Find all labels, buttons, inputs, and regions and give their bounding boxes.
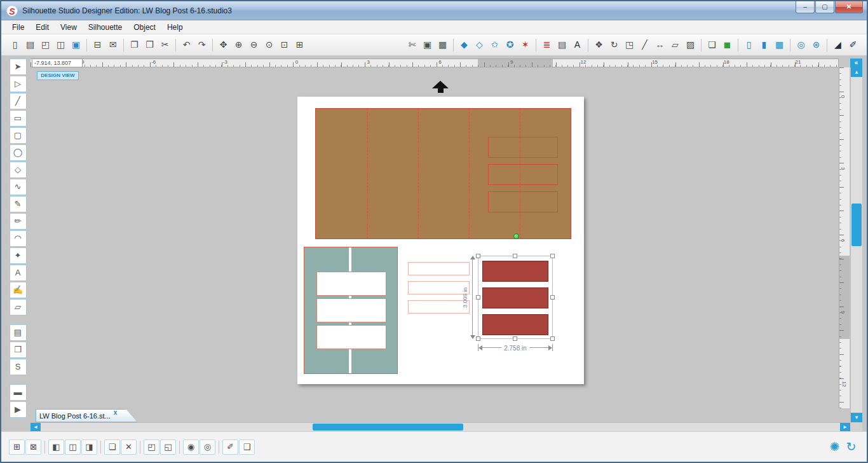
weld-icon[interactable]: ◉ [183, 439, 199, 455]
close-button[interactable]: ✕ [835, 1, 863, 13]
replicate-panel-icon[interactable]: ❖ [592, 38, 606, 52]
scroll-up-button[interactable]: ▲ [851, 67, 862, 77]
ellipse-tool-icon[interactable]: ◯ [10, 144, 27, 161]
media-panel-icon[interactable]: ◼ [720, 38, 735, 52]
scroll-down-button[interactable]: ▼ [851, 413, 862, 422]
smooth-freehand-tool-icon[interactable]: ✏ [10, 213, 27, 230]
send-to-tablet-icon[interactable]: ▯ [742, 38, 756, 52]
shape-burst-icon[interactable]: ✶ [518, 38, 532, 52]
outline-rectangle[interactable] [408, 262, 470, 275]
scroll-right-button[interactable]: ► [840, 423, 850, 431]
line-tool-icon[interactable]: ╱ [10, 93, 27, 109]
fill-color-icon[interactable]: ▤ [555, 38, 569, 52]
open-library-icon[interactable]: ◰ [38, 38, 53, 52]
sync-refresh-icon[interactable]: ↻ [843, 439, 859, 455]
align-left-icon[interactable]: ◧ [48, 439, 64, 455]
shape-star-icon[interactable]: ✩ [487, 38, 502, 52]
align-center-icon[interactable]: ◫ [65, 439, 81, 455]
redo-icon[interactable]: ↷ [194, 38, 209, 52]
vertical-scroll-thumb[interactable] [851, 204, 862, 246]
menu-silhouette[interactable]: Silhouette [83, 21, 128, 34]
tab-cut-line[interactable] [488, 191, 558, 212]
resize-handle-top-center[interactable] [513, 254, 517, 258]
ungroup-icon[interactable]: ✕ [121, 439, 137, 455]
line-color-icon[interactable]: ≣ [539, 38, 554, 52]
resize-handle-bottom-center[interactable] [513, 336, 517, 341]
tab-close-button[interactable]: x [114, 409, 118, 417]
zoom-selection-icon[interactable]: ⊡ [277, 38, 292, 52]
minimize-button[interactable]: – [796, 1, 815, 13]
white-label-rect[interactable] [316, 325, 386, 349]
resize-handle-bottom-right[interactable] [550, 336, 555, 341]
preview-play-icon[interactable]: ▶ [10, 401, 27, 418]
shape-hexagon-icon[interactable]: ◇ [472, 38, 487, 52]
registration-grid-icon[interactable]: ⊛ [809, 38, 824, 52]
resize-handle-top-right[interactable] [550, 254, 555, 258]
note-tool-icon[interactable]: ✍ [10, 282, 27, 298]
horizontal-scrollbar[interactable]: ◄ ► [31, 422, 850, 431]
shear-panel-icon[interactable]: ▱ [668, 38, 682, 52]
white-label-rect[interactable] [316, 298, 386, 322]
titlebar[interactable]: S Silhouette Studio Designer Edition: LW… [1, 1, 867, 20]
resize-handle-bottom-left[interactable] [476, 336, 480, 341]
send-to-silhouette-icon[interactable]: ✉ [105, 38, 120, 52]
select-tool-icon[interactable]: ➤ [10, 59, 27, 75]
arc-tool-icon[interactable]: ◠ [10, 230, 27, 247]
media-layout-icon[interactable]: ▬ [10, 384, 27, 401]
polygon-tool-icon[interactable]: ◇ [10, 162, 27, 178]
group-icon[interactable]: ❏ [104, 439, 120, 455]
shadow-panel-icon[interactable]: ▨ [683, 38, 698, 52]
transform-position-icon[interactable]: ⊞ [9, 439, 25, 455]
rounded-rectangle-tool-icon[interactable]: ▢ [10, 127, 27, 144]
tab-cut-line[interactable] [488, 164, 558, 185]
shape-seal-icon[interactable]: ✪ [503, 38, 517, 52]
registration-marks-icon[interactable]: ◎ [794, 38, 808, 52]
pan-icon[interactable]: ✥ [216, 38, 231, 52]
outline-rectangle[interactable] [408, 281, 470, 294]
erase-tool-icon[interactable]: ✄ [405, 38, 419, 52]
registration-setup-icon[interactable]: ❒ [10, 342, 27, 358]
design-page[interactable]: 3.009 in 2.758 in [297, 97, 584, 384]
outline-rectangle[interactable] [408, 300, 470, 314]
transform-scale-icon[interactable]: ⊠ [25, 439, 41, 455]
new-document-icon[interactable]: ▯ [8, 38, 22, 52]
settings-gear-icon[interactable]: ✺ [827, 439, 843, 455]
freehand-tool-icon[interactable]: ✎ [10, 196, 27, 212]
trace-panel-icon[interactable]: ❏ [705, 38, 719, 52]
zoom-out-icon[interactable]: ⊖ [247, 38, 261, 52]
dimensions-panel-icon[interactable]: ↔ [653, 38, 667, 52]
eyedropper-icon[interactable]: ✐ [222, 439, 238, 455]
selection-bounding-box[interactable] [478, 256, 553, 339]
zoom-drag-icon[interactable]: ⊙ [262, 38, 276, 52]
bring-forward-icon[interactable]: ◰ [144, 439, 159, 455]
cut-icon[interactable]: ✂ [158, 38, 172, 52]
horizontal-scroll-thumb[interactable] [313, 424, 463, 431]
pixscan-icon[interactable]: ▦ [772, 38, 787, 52]
transform-panel-icon[interactable]: ◳ [622, 38, 637, 52]
rectangle-tool-icon[interactable]: ▭ [10, 110, 27, 127]
canvas-viewport[interactable]: 3.009 in 2.758 in [31, 67, 839, 408]
rotation-handle[interactable] [513, 233, 519, 239]
eraser-dark-icon[interactable]: ◢ [831, 38, 845, 52]
silhouette-home-icon[interactable]: S [10, 359, 27, 375]
menu-edit[interactable]: Edit [30, 21, 55, 34]
fit-to-page-icon[interactable]: ⊞ [292, 38, 307, 52]
menu-object[interactable]: Object [128, 21, 161, 34]
paste-icon[interactable]: ❒ [142, 38, 157, 52]
compound-path-icon[interactable]: ◎ [200, 439, 215, 455]
edit-points-tool-icon[interactable]: ▷ [10, 76, 27, 92]
stencil-tool-icon[interactable]: ▱ [10, 299, 27, 315]
save-icon[interactable]: ◫ [53, 38, 68, 52]
send-to-phone-icon[interactable]: ▮ [757, 38, 771, 52]
print-icon[interactable]: ⊟ [90, 38, 105, 52]
copy-icon[interactable]: ❐ [127, 38, 142, 52]
rotate-panel-icon[interactable]: ↻ [607, 38, 621, 52]
menu-view[interactable]: View [55, 21, 83, 34]
white-label-rect[interactable] [316, 272, 386, 296]
text-tool-icon[interactable]: A [10, 265, 27, 281]
vertical-scrollbar[interactable]: ▲ ▼ [850, 67, 862, 422]
shape-pentagon-icon[interactable]: ◆ [457, 38, 471, 52]
crop-tool-icon[interactable]: ▣ [420, 38, 435, 52]
collapse-panel-button[interactable]: « [850, 59, 862, 67]
save-to-library-icon[interactable]: ▣ [69, 38, 83, 52]
